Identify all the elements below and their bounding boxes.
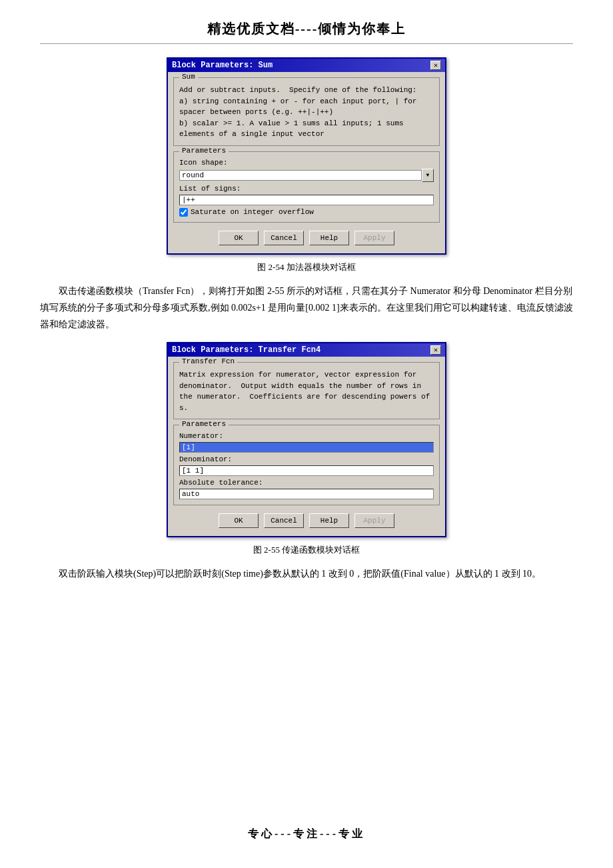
- dialog2-buttons: OK Cancel Help Apply: [173, 511, 440, 531]
- dialog2-help-button[interactable]: Help: [309, 513, 349, 528]
- dialog1-body: Sum Add or subtract inputs. Specify one …: [168, 72, 445, 253]
- dialog1-group-sum: Sum Add or subtract inputs. Specify one …: [173, 77, 440, 146]
- dialog2-ok-button[interactable]: OK: [219, 513, 259, 528]
- dialog2-group-params-label: Parameters: [179, 420, 229, 428]
- dialog2-titlebar: Block Parameters: Transfer Fcn4 ✕: [168, 343, 445, 357]
- dialog1-group-sum-label: Sum: [179, 73, 198, 81]
- dialog1-icon-shape-arrow[interactable]: ▼: [422, 169, 434, 182]
- dialog2-group-tf-label: Transfer Fcn: [179, 357, 237, 365]
- dialog1-saturate-checkbox[interactable]: [179, 208, 188, 217]
- dialog1-saturate-label: Saturate on integer overflow: [191, 208, 314, 216]
- dialog1-icon-shape-input[interactable]: [179, 170, 422, 181]
- dialog2: Block Parameters: Transfer Fcn4 ✕ Transf…: [167, 342, 446, 537]
- dialog1: Block Parameters: Sum ✕ Sum Add or subtr…: [167, 57, 446, 255]
- dialog1-checkbox-row: Saturate on integer overflow: [179, 208, 434, 217]
- dialog2-cancel-button[interactable]: Cancel: [264, 513, 304, 528]
- dialog1-group-params-label: Parameters: [179, 147, 229, 155]
- body-text-2: 双击阶跃输入模块(Step)可以把阶跃时刻(Step time)参数从默认的 1…: [40, 565, 573, 582]
- dialog1-icon-shape-label: Icon shape:: [179, 159, 434, 167]
- dialog1-help-button[interactable]: Help: [309, 231, 349, 245]
- dialog2-denominator-label: Denominator:: [179, 455, 434, 463]
- dialog2-denominator-input[interactable]: [179, 465, 434, 476]
- body-text-1: 双击传递函数模块（Transfer Fcn），则将打开如图 2-55 所示的对话…: [40, 283, 573, 333]
- dialog2-group-tf: Transfer Fcn Matrix expression for numer…: [173, 362, 440, 419]
- dialog1-close-button[interactable]: ✕: [430, 61, 441, 70]
- dialog2-group-params: Parameters Numerator: Denominator: Absol…: [173, 425, 440, 505]
- dialog2-body: Transfer Fcn Matrix expression for numer…: [168, 357, 445, 536]
- dialog1-list-signs-input[interactable]: [179, 195, 434, 205]
- dialog2-description: Matrix expression for numerator, vector …: [179, 369, 434, 413]
- dialog1-ok-button[interactable]: OK: [219, 231, 259, 245]
- header-divider: [40, 43, 573, 44]
- dialog2-abs-tol-input[interactable]: [179, 489, 434, 499]
- dialog1-list-signs-label: List of signs:: [179, 185, 434, 193]
- caption1: 图 2-54 加法器模块对话框: [40, 261, 573, 273]
- dialog1-group-params: Parameters Icon shape: ▼ List of signs: …: [173, 151, 440, 223]
- dialog1-titlebar: Block Parameters: Sum ✕: [168, 59, 445, 72]
- dialog2-numerator-input[interactable]: [179, 442, 434, 453]
- page-footer: 专心---专注---专业: [0, 827, 613, 841]
- dialog1-buttons: OK Cancel Help Apply: [173, 228, 440, 248]
- dialog1-icon-shape-row: ▼: [179, 169, 434, 182]
- dialog1-description: Add or subtract inputs. Specify one of t…: [179, 85, 434, 140]
- dialog1-apply-button[interactable]: Apply: [354, 231, 394, 245]
- page-header: 精选优质文档----倾情为你奉上: [40, 20, 573, 38]
- dialog1-container: Block Parameters: Sum ✕ Sum Add or subtr…: [40, 57, 573, 255]
- dialog1-cancel-button[interactable]: Cancel: [264, 231, 304, 245]
- dialog2-title: Block Parameters: Transfer Fcn4: [172, 345, 320, 355]
- dialog2-close-button[interactable]: ✕: [430, 345, 441, 355]
- dialog2-abs-tol-label: Absolute tolerance:: [179, 479, 434, 487]
- dialog1-title: Block Parameters: Sum: [172, 61, 273, 70]
- dialog2-container: Block Parameters: Transfer Fcn4 ✕ Transf…: [40, 342, 573, 537]
- dialog2-numerator-label: Numerator:: [179, 432, 434, 440]
- caption2: 图 2-55 传递函数模块对话框: [40, 544, 573, 556]
- dialog2-apply-button[interactable]: Apply: [354, 513, 394, 528]
